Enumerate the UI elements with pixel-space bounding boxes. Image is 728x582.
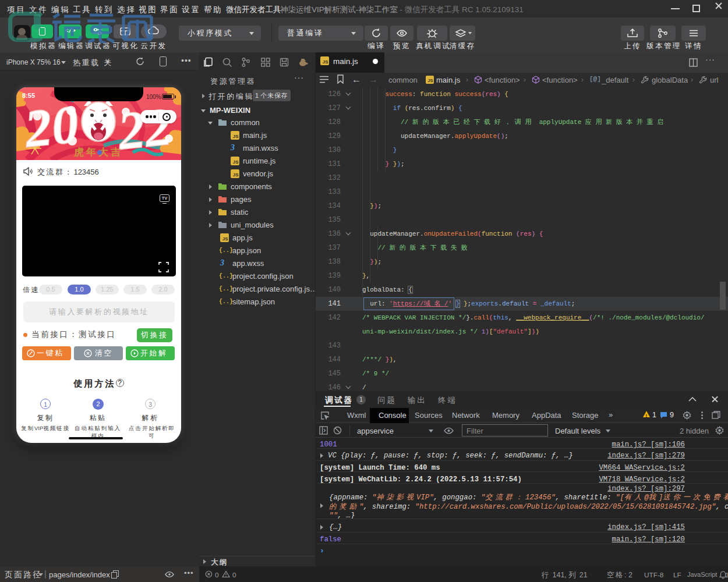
svg-text:20: 20 bbox=[21, 94, 82, 159]
svg-text:22: 22 bbox=[114, 97, 175, 160]
